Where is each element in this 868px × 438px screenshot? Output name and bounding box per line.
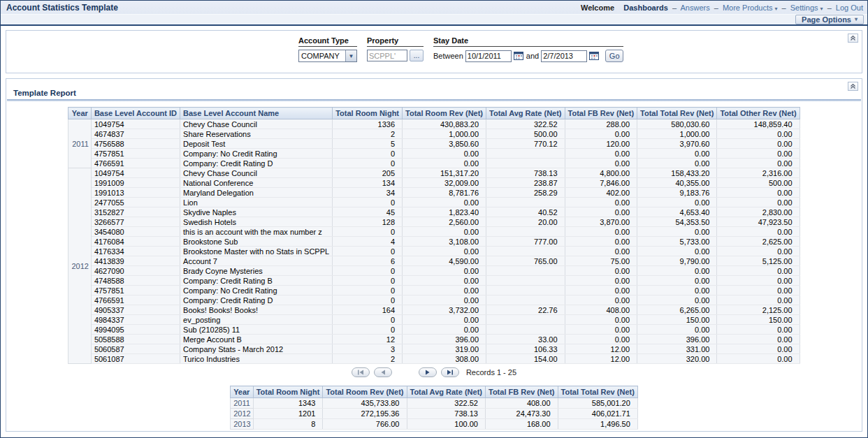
table-cell: 128	[333, 217, 403, 227]
table-cell: 47,923.50	[717, 217, 800, 227]
table-cell: 435,733.80	[323, 398, 407, 409]
pagination-next-button[interactable]	[419, 367, 437, 377]
table-cell: 0.00	[565, 247, 637, 256]
table-cell: 0.00	[565, 237, 637, 247]
stay-date-label: Stay Date	[433, 36, 623, 47]
table-cell: 3,870.00	[565, 217, 637, 227]
table-cell: 738.13	[486, 168, 565, 178]
table-cell: 3,732.00	[403, 305, 486, 315]
table-cell: 4627090	[91, 266, 180, 276]
table-row: 4176084Brookstone Sub43,108.00777.000.00…	[68, 237, 800, 247]
table-cell: 12	[333, 335, 403, 344]
table-cell: Chevy Chase Council	[180, 168, 333, 178]
table-cell: 8,781.76	[403, 188, 486, 198]
report-title-section: Template Report	[6, 79, 862, 99]
table-cell: 0.00	[717, 247, 800, 256]
table-cell: 4905337	[91, 305, 180, 315]
chevron-down-icon[interactable]: ▼	[345, 50, 356, 61]
table-cell	[486, 315, 565, 325]
pagination-first-button[interactable]	[352, 367, 370, 377]
table-cell: Company: No Credit Rating	[180, 149, 333, 159]
table-cell: 154.00	[486, 354, 565, 364]
property-input[interactable]	[367, 50, 407, 61]
table-cell: 0.00	[717, 276, 800, 286]
table-cell: 396.00	[403, 335, 486, 344]
chevron-down-icon[interactable]: ▾	[820, 6, 823, 12]
table-cell: 0.00	[565, 266, 637, 276]
table-cell: 5061087	[91, 354, 180, 364]
table-cell: 0.00	[565, 227, 637, 237]
table-cell: 3,108.00	[403, 237, 486, 247]
account-type-value: COMPANY	[299, 52, 345, 60]
calendar-icon[interactable]	[514, 51, 524, 61]
table-cell: 9,183.76	[637, 188, 717, 198]
stay-date-to-input[interactable]	[541, 50, 587, 62]
chevron-down-icon[interactable]: ▾	[775, 6, 778, 12]
table-row: 3152827Skydive Naples451,823.4040.520.00…	[68, 207, 800, 217]
nav-separator: –	[672, 3, 677, 12]
table-row: 5058588Merge Account B12396.0033.000.003…	[68, 335, 800, 344]
property-browse-button[interactable]: ...	[410, 50, 424, 61]
filter-bar: Account Type COMPANY ▼ Property ... Stay…	[298, 36, 623, 62]
table-cell: 238.87	[486, 178, 565, 188]
table-cell: 0.00	[565, 295, 637, 305]
table-cell: 34	[333, 188, 403, 198]
table-cell: 33.00	[486, 335, 565, 344]
calendar-icon[interactable]	[589, 51, 600, 61]
table-cell: 100.00	[407, 419, 486, 430]
header-nav: Dashboards – Answers – More Products ▾ –…	[623, 3, 867, 12]
table-cell: 1336	[333, 119, 403, 129]
nav-log-out-link[interactable]: Log Out	[836, 3, 863, 12]
collapse-section-button[interactable]	[848, 82, 858, 91]
collapse-section-button[interactable]	[848, 34, 858, 43]
column-header: Total Room Rev (Net)	[323, 386, 407, 398]
table-cell: 1,000.00	[403, 129, 486, 139]
account-type-select[interactable]: COMPANY ▼	[298, 50, 357, 62]
dashboard-page: { "header": { "title": "Account Statisti…	[0, 0, 868, 438]
nav-separator: –	[782, 3, 786, 12]
nav-dashboards-link[interactable]: Dashboards	[623, 3, 668, 12]
table-cell: 0.00	[565, 159, 637, 168]
table-cell	[486, 159, 565, 168]
table-cell: 396.00	[637, 335, 717, 344]
table-cell: 150.00	[717, 315, 800, 325]
pagination-last-button[interactable]	[441, 367, 459, 377]
table-cell: 0.00	[637, 227, 717, 237]
table-cell: 1,496.50	[558, 419, 637, 430]
table-cell: Brookstone Master with no Stats in SCPPL	[180, 247, 333, 256]
year-group-cell: 2012	[68, 168, 91, 364]
table-cell: 0	[333, 159, 403, 168]
arrow-first-icon	[357, 370, 364, 375]
table-row: 4766591Company: Credit Rating D00.000.00…	[68, 159, 800, 168]
table-cell: 0.00	[403, 198, 486, 207]
table-cell: Swedish Hotels	[180, 217, 333, 227]
table-cell: 4	[333, 237, 403, 247]
table-cell: 0.00	[637, 247, 717, 256]
table-cell: 0.00	[565, 149, 637, 159]
table-cell: 322.52	[486, 119, 565, 129]
table-cell: 308.00	[403, 354, 486, 364]
table-cell: 0.00	[565, 325, 637, 335]
nav-answers-link[interactable]: Answers	[680, 3, 709, 12]
table-row: 4413839Account 764,590.00765.0075.009,79…	[68, 256, 800, 266]
page-options-button[interactable]: Page Options ▾	[795, 15, 864, 24]
table-row: 4756588Deposit Test53,850.60770.12120.00…	[68, 139, 800, 149]
nav-more-products-link[interactable]: More Products	[723, 3, 773, 12]
table-cell: 0.00	[403, 286, 486, 295]
table-cell: 0.00	[637, 276, 717, 286]
table-row: 4757851Company: No Credit Rating00.000.0…	[68, 286, 800, 295]
table-cell: 765.00	[486, 256, 565, 266]
stay-date-from-input[interactable]	[465, 50, 512, 62]
go-button[interactable]: Go	[605, 50, 623, 62]
table-cell: 0.00	[717, 227, 800, 237]
table-cell	[486, 198, 565, 207]
table-cell: 5060587	[91, 344, 180, 354]
nav-settings-link[interactable]: Settings	[790, 3, 818, 12]
table-cell: 0.00	[565, 315, 637, 325]
pagination-previous-button[interactable]	[374, 367, 392, 377]
table-cell	[486, 325, 565, 335]
account-type-filter: Account Type COMPANY ▼	[298, 36, 357, 62]
table-cell: 2	[333, 129, 403, 139]
table-cell: 0.00	[717, 188, 800, 198]
table-cell: 0.00	[717, 198, 800, 207]
